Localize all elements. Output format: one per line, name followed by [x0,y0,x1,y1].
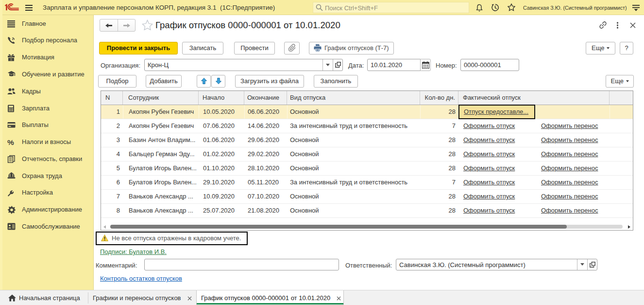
svg-text:%: % [7,138,14,146]
